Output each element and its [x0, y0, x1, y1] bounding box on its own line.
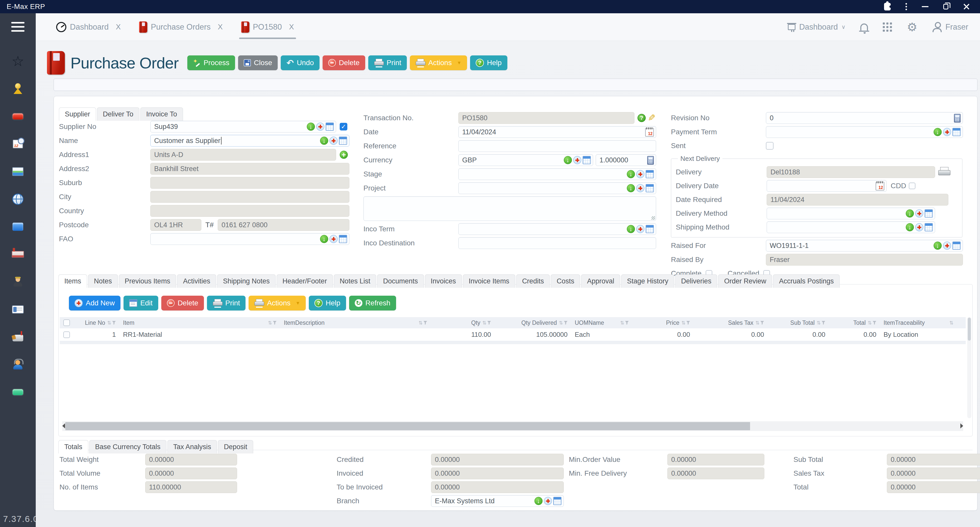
favorites-icon[interactable]: ☆	[11, 54, 25, 68]
currency-rate-input[interactable]: 1.000000	[596, 154, 656, 166]
apps-grid-icon[interactable]	[883, 22, 885, 24]
close-button[interactable]: Close	[238, 56, 278, 70]
dashboard-view-selector[interactable]: Dashboard ∨	[788, 22, 845, 32]
browse-table-icon[interactable]	[326, 123, 334, 131]
doc-tab-po1580[interactable]: PO1580 X	[239, 13, 296, 41]
red-button-icon[interactable]	[11, 109, 25, 124]
scroll-right-arrow[interactable]	[960, 424, 963, 428]
tab-accruals-postings[interactable]: Accruals Postings	[773, 274, 840, 288]
tab-previous-items[interactable]: Previous Items	[119, 274, 177, 288]
inco-destination-input[interactable]	[458, 237, 656, 249]
supplier-no-input[interactable]: Sup439 ↓	[150, 121, 336, 132]
doc-tab-dashboard[interactable]: Dashboard X	[54, 13, 123, 41]
col-total[interactable]: Total	[853, 319, 865, 326]
add-new-icon[interactable]	[943, 242, 951, 250]
col-uom-name[interactable]: UOMName	[575, 319, 604, 326]
sort-icon[interactable]: ⇅	[482, 320, 487, 325]
lookup-down-icon[interactable]: ↓	[535, 497, 542, 505]
lookup-down-icon[interactable]: ↓	[627, 225, 635, 233]
close-window-button[interactable]	[963, 3, 970, 10]
lookup-down-icon[interactable]: ↓	[320, 235, 328, 243]
doc-tab-purchase-orders[interactable]: Purchase Orders X	[137, 13, 225, 41]
raised-for-input[interactable]: WO1911-1-1 ↓	[766, 240, 963, 252]
doc-tab-close-icon[interactable]: X	[289, 23, 294, 31]
filter-icon[interactable]	[625, 321, 629, 325]
browse-table-icon[interactable]	[646, 170, 654, 178]
lookup-down-icon[interactable]: ↓	[627, 184, 635, 192]
item-row[interactable]: 1 RR1-Material 110.00 105.00000 Each 0.0…	[60, 328, 966, 341]
add-new-icon[interactable]	[636, 225, 644, 233]
browse-table-icon[interactable]	[953, 128, 961, 136]
tab-supplier[interactable]: Supplier	[59, 108, 96, 121]
tab-order-review[interactable]: Order Review	[718, 274, 772, 288]
browse-table-icon[interactable]	[646, 184, 654, 192]
hamburger-menu-button[interactable]	[11, 22, 24, 32]
tab-notes-list[interactable]: Notes List	[334, 274, 376, 288]
filter-icon[interactable]	[423, 321, 427, 325]
lookup-down-icon[interactable]: ↓	[307, 123, 315, 131]
col-sub-total[interactable]: Sub Total	[791, 319, 815, 326]
supplier-name-input[interactable]: Customer as Supplier ↓	[150, 135, 349, 146]
browse-table-icon[interactable]	[339, 235, 347, 243]
select-all-checkbox[interactable]	[63, 319, 70, 326]
mailbox-icon[interactable]	[11, 330, 25, 344]
add-new-icon[interactable]	[943, 128, 951, 136]
browse-table-icon[interactable]	[339, 137, 347, 145]
filter-icon[interactable]	[760, 321, 764, 325]
calculator-icon[interactable]	[954, 114, 961, 123]
settings-gear-icon[interactable]: ⚙	[907, 21, 917, 33]
tab-invoice-to[interactable]: Invoice To	[140, 108, 183, 121]
support-headset-icon[interactable]	[11, 357, 25, 372]
personnel-icon[interactable]	[11, 275, 25, 289]
browse-table-icon[interactable]	[583, 156, 591, 164]
browse-table-icon[interactable]	[646, 225, 654, 233]
tab-invoice-items[interactable]: Invoice Items	[463, 274, 515, 288]
browse-table-icon[interactable]	[924, 223, 933, 231]
lookup-down-icon[interactable]: ↓	[564, 156, 572, 164]
user-menu[interactable]: Fraser	[932, 22, 968, 32]
calendar-icon[interactable]	[876, 182, 884, 191]
filter-icon[interactable]	[112, 321, 116, 325]
tab-shipping-notes[interactable]: Shipping Notes	[217, 274, 275, 288]
contacts-pawn-icon[interactable]	[11, 82, 25, 96]
filter-icon[interactable]	[686, 321, 690, 325]
filter-icon[interactable]	[273, 321, 277, 325]
sort-icon[interactable]: ⇅	[559, 320, 563, 325]
sort-icon[interactable]: ⇅	[107, 320, 111, 325]
vertical-scroll-thumb[interactable]	[968, 318, 971, 341]
add-new-button[interactable]: Add New	[69, 296, 121, 310]
sent-checkbox[interactable]	[766, 142, 773, 150]
tab-notes[interactable]: Notes	[88, 274, 118, 288]
shipping-method-input[interactable]: ↓	[767, 221, 935, 233]
id-card-icon[interactable]	[11, 302, 25, 317]
green-button-icon[interactable]	[11, 385, 25, 399]
lookup-down-icon[interactable]: ↓	[934, 242, 942, 250]
print-button[interactable]: Print	[368, 56, 407, 70]
edit-button[interactable]: Edit	[124, 296, 158, 310]
branch-input[interactable]: E-Max Systems Ltd ↓	[431, 495, 564, 507]
factory-icon[interactable]	[11, 247, 25, 261]
stage-input[interactable]: ↓	[458, 168, 656, 180]
order-notes-textarea[interactable]	[363, 196, 656, 221]
lookup-down-icon[interactable]: ↓	[906, 209, 914, 218]
help-item-button[interactable]: ?Help	[309, 296, 346, 310]
restore-button[interactable]	[943, 4, 948, 10]
tab-activities[interactable]: Activities	[177, 274, 216, 288]
browse-table-icon[interactable]	[953, 242, 961, 250]
col-qty-delivered[interactable]: Qty Delivered	[522, 319, 557, 326]
tab-base-currency-totals[interactable]: Base Currency Totals	[89, 440, 166, 454]
tab-stage-history[interactable]: Stage History	[621, 274, 674, 288]
supplier-active-checkbox[interactable]: ✓	[340, 123, 347, 131]
tab-tax-analysis[interactable]: Tax Analysis	[167, 440, 217, 454]
tab-header-footer[interactable]: Header/Footer	[277, 274, 333, 288]
filter-icon[interactable]	[487, 321, 491, 325]
doc-tab-close-icon[interactable]: X	[116, 23, 121, 31]
schedule-icon[interactable]	[11, 137, 25, 151]
reports-chart-icon[interactable]	[11, 164, 25, 179]
sort-icon[interactable]: ⇅	[681, 320, 686, 325]
actions-button[interactable]: Actions▼	[410, 56, 467, 70]
actions-item-button[interactable]: Actions▼	[248, 296, 306, 310]
date-input[interactable]: 11/04/2024	[458, 126, 656, 138]
revision-no-input[interactable]: 0	[766, 112, 963, 124]
cdd-checkbox[interactable]	[909, 183, 915, 189]
